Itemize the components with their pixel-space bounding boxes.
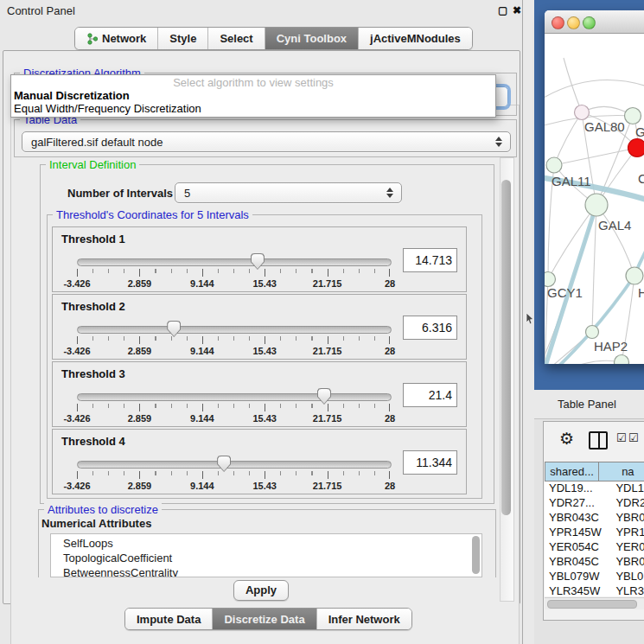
threshold-4-slider[interactable]: -3.426 2.859 9.144 15.43 21.715 28	[77, 454, 390, 492]
tab-jactivemnodules[interactable]: jActiveMNodules	[359, 28, 472, 49]
table-row[interactable]: YER054C YER0	[545, 540, 644, 555]
threshold-1-label: Threshold 1	[61, 233, 125, 245]
close-panel-icon[interactable]: ✖	[513, 4, 521, 16]
node-label-gal11: GAL11	[552, 174, 591, 188]
algorithm-dropdown-popup: Select algorithm to view settings Manual…	[10, 74, 496, 118]
close-window-icon[interactable]	[552, 16, 564, 29]
cell[interactable]: YDL1	[610, 481, 644, 496]
slider-ticks	[77, 404, 390, 412]
cell[interactable]: YPR1	[610, 526, 644, 540]
table-row[interactable]: YPR145W YPR1	[545, 526, 644, 540]
tick-label: 21.715	[313, 346, 342, 356]
cell[interactable]: YLR345W	[545, 584, 610, 596]
threshold-2-value-field[interactable]	[403, 316, 457, 340]
tick-label: -3.426	[63, 346, 90, 356]
threshold-3-label: Threshold 3	[61, 367, 125, 380]
node-label-clipped-c: C	[638, 171, 644, 186]
cell[interactable]: YPR145W	[545, 526, 610, 540]
node-label-clipped-h: H	[638, 285, 644, 300]
list-item[interactable]: BetweennessCentrality	[51, 565, 481, 577]
float-window-icon[interactable]: ▢	[498, 4, 507, 16]
table-data-group: Table Data galFiltered.sif default node	[14, 119, 517, 157]
network-canvas[interactable]: GAL80 GA C GAL11 GAL4 GCY1 H HAP2	[545, 34, 644, 364]
tab-style[interactable]: Style	[158, 28, 208, 49]
cell[interactable]: YBR043C	[545, 511, 610, 526]
minimize-window-icon[interactable]	[567, 16, 580, 29]
checkbox-icon[interactable]: ☑	[628, 431, 639, 444]
threshold-1-slider[interactable]: -3.426 2.859 9.144 15.43 21.715 28	[77, 252, 390, 290]
threshold-3-slider[interactable]: -3.426 2.859 9.144 15.43 21.715 28	[77, 386, 390, 424]
network-window-titlebar[interactable]	[545, 10, 644, 34]
slider-track[interactable]	[77, 393, 392, 401]
table-row[interactable]: YBR043C YBR0	[545, 511, 644, 526]
list-scrollbar-thumb[interactable]	[472, 536, 480, 574]
cell[interactable]: YER054C	[545, 540, 610, 555]
panel-scrollbar-thumb[interactable]	[501, 180, 511, 515]
number-of-intervals-value: 5	[175, 187, 386, 200]
algorithm-option-equal-width[interactable]: Equal Width/Frequency Discretization	[11, 102, 495, 115]
table-row[interactable]: YBR045C YBR0	[545, 555, 644, 570]
cell[interactable]: YBL079W	[545, 570, 610, 584]
tab-cyni-toolbox[interactable]: Cyni Toolbox	[265, 28, 359, 49]
threshold-3-value-field[interactable]	[403, 383, 457, 407]
network-view-window[interactable]: GAL80 GA C GAL11 GAL4 GCY1 H HAP2	[545, 10, 644, 364]
slider-thumb[interactable]	[317, 388, 331, 405]
algorithm-option-manual[interactable]: Manual Discretization	[11, 89, 495, 102]
cell[interactable]: YDR2	[610, 496, 644, 511]
table-horizontal-scrollbar[interactable]	[545, 597, 644, 609]
node-gal80	[575, 105, 590, 120]
cell[interactable]: YBL0	[610, 570, 644, 584]
numerical-attributes-list[interactable]: SelfLoops TopologicalCoefficient Between…	[50, 533, 482, 577]
tab-style-label: Style	[169, 32, 196, 45]
tab-infer-network[interactable]: Infer Network	[317, 609, 411, 629]
slider-thumb[interactable]	[167, 321, 181, 337]
threshold-coordinates-group-title: Threshold's Coordinates for 5 Intervals	[53, 208, 252, 221]
table-row[interactable]: YBL079W YBL0	[545, 570, 644, 584]
threshold-3-panel: Threshold 3 -3.426 2.859 9.144 15.43 21.…	[52, 361, 467, 427]
table-panel-header: Table Panel	[534, 390, 644, 419]
tick-label: -3.426	[63, 413, 90, 424]
slider-thumb[interactable]	[217, 456, 231, 472]
cell[interactable]: YDL19...	[545, 481, 610, 496]
network-icon	[86, 33, 98, 45]
tick-label: 9.144	[190, 346, 214, 356]
cell[interactable]: YER0	[610, 540, 644, 555]
split-table-icon[interactable]	[589, 431, 608, 450]
tick-label: -3.426	[63, 481, 90, 491]
tab-impute-data[interactable]: Impute Data	[125, 609, 213, 629]
tab-network[interactable]: Network	[75, 28, 158, 49]
panel-vertical-scrollbar[interactable]	[500, 157, 514, 602]
slider-ticks	[77, 336, 390, 345]
tab-select[interactable]: Select	[208, 28, 265, 49]
list-item[interactable]: SelfLoops	[51, 534, 481, 551]
zoom-window-icon[interactable]	[583, 16, 596, 29]
table-row[interactable]: YDL19... YDL1	[545, 481, 644, 496]
table-data-combobox[interactable]: galFiltered.sif default node	[22, 131, 511, 152]
column-header-shared-name[interactable]: shared...	[545, 462, 599, 481]
tick-label: 2.859	[128, 413, 152, 424]
number-of-intervals-combobox[interactable]: 5	[175, 182, 402, 203]
cell[interactable]: YBR0	[610, 511, 644, 526]
cell[interactable]: YLR3	[610, 584, 644, 596]
cell[interactable]: YBR0	[610, 555, 644, 570]
threshold-1-panel: Threshold 1 -3.426 2.859 9.144 15.43 21.…	[52, 226, 467, 292]
slider-track[interactable]	[77, 461, 392, 469]
slider-track[interactable]	[77, 326, 392, 334]
slider-thumb[interactable]	[251, 253, 265, 270]
apply-button[interactable]: Apply	[233, 580, 289, 601]
threshold-1-value-field[interactable]	[403, 248, 457, 272]
cell[interactable]: YDR27...	[545, 496, 610, 511]
table-scrollbar-thumb[interactable]	[547, 600, 637, 609]
column-header-name[interactable]: na	[599, 462, 644, 481]
checkbox-icon[interactable]: ☑	[616, 431, 627, 444]
table-row[interactable]: YDR27... YDR2	[545, 496, 644, 511]
threshold-4-value-field[interactable]	[403, 450, 457, 475]
cell[interactable]: YBR045C	[545, 555, 610, 570]
control-panel-tabbar: Network Style Select Cyni Toolbox jActiv…	[74, 27, 473, 50]
list-item[interactable]: TopologicalCoefficient	[51, 551, 481, 565]
threshold-2-slider[interactable]: -3.426 2.859 9.144 15.43 21.715 28	[77, 319, 390, 357]
tab-discretize-data[interactable]: Discretize Data	[213, 609, 316, 629]
slider-track[interactable]	[77, 258, 392, 266]
gear-icon[interactable]: ⚙	[559, 429, 574, 449]
table-row[interactable]: YLR345W YLR3	[545, 584, 644, 596]
